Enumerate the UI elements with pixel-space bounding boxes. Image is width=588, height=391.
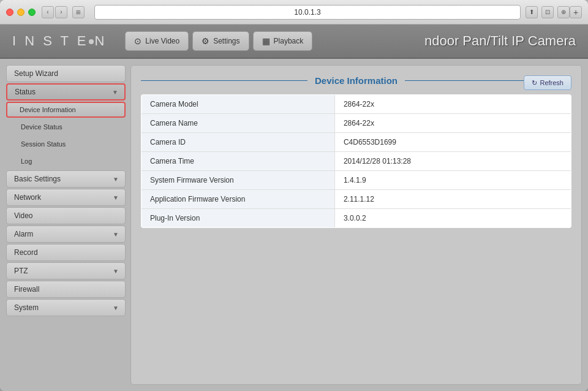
- network-chevron-icon: ▼: [113, 194, 119, 201]
- sidebar-item-ptz[interactable]: PTZ ▼: [6, 262, 126, 279]
- sidebar-item-system-label: System: [14, 303, 39, 312]
- sidebar-item-status-label: Status: [15, 88, 36, 96]
- sidebar: Setup Wizard Status ▼ Device Information…: [6, 65, 126, 385]
- minimize-button[interactable]: [17, 9, 24, 16]
- sidebar-item-setup-wizard-label: Setup Wizard: [14, 69, 58, 78]
- traffic-lights: [6, 9, 36, 16]
- nav-tabs: ⊙ Live Video ⚙ Settings ▦ Playback: [125, 31, 312, 51]
- sidebar-item-network[interactable]: Network ▼: [6, 189, 126, 206]
- app-header: I N S T EN ⊙ Live Video ⚙ Settings ▦ Pla…: [0, 25, 588, 59]
- download-button[interactable]: ⊕: [557, 6, 570, 18]
- system-chevron-icon: ▼: [113, 305, 119, 311]
- playback-icon: ▦: [262, 36, 270, 46]
- field-value: C4D6553D1699: [334, 133, 571, 152]
- field-label: Plug-In Version: [141, 209, 335, 228]
- sidebar-item-log-label: Log: [21, 158, 32, 165]
- tab-live-video[interactable]: ⊙ Live Video: [125, 31, 189, 51]
- basic-settings-chevron-icon: ▼: [113, 176, 119, 183]
- address-text: 10.0.1.3: [294, 8, 320, 17]
- forward-button[interactable]: ›: [55, 6, 67, 18]
- sidebar-item-setup-wizard[interactable]: Setup Wizard: [6, 65, 126, 82]
- refresh-button[interactable]: ↻ Refresh: [524, 75, 571, 90]
- sidebar-item-firewall[interactable]: Firewall: [6, 281, 126, 298]
- sidebar-item-firewall-label: Firewall: [14, 285, 39, 294]
- field-value: 2.11.1.12: [334, 190, 571, 209]
- live-video-icon: ⊙: [134, 36, 141, 46]
- sidebar-item-device-information[interactable]: Device Information: [6, 102, 126, 118]
- ptz-chevron-icon: ▼: [113, 268, 119, 275]
- status-chevron-icon: ▼: [112, 89, 118, 96]
- table-row: Camera Name 2864-22x: [141, 114, 571, 133]
- browser-actions: ⬆ ⊡ ⊕: [526, 6, 570, 18]
- sidebar-item-session-status-label: Session Status: [21, 140, 66, 148]
- table-row: Camera Time 2014/12/28 01:13:28: [141, 152, 571, 171]
- table-row: Application Firmware Version 2.11.1.12: [141, 190, 571, 209]
- table-row: Plug-In Version 3.0.0.2: [141, 209, 571, 228]
- sidebar-item-log[interactable]: Log: [6, 153, 126, 169]
- sidebar-item-basic-settings-label: Basic Settings: [14, 175, 61, 183]
- main-content: Setup Wizard Status ▼ Device Information…: [0, 59, 588, 391]
- sidebar-item-ptz-label: PTZ: [14, 267, 28, 275]
- sidebar-item-status[interactable]: Status ▼: [6, 83, 126, 101]
- device-info-panel: Device Information ↻ Refresh Camera Mode…: [131, 66, 581, 384]
- nav-buttons: ‹ ›: [42, 6, 67, 18]
- sidebar-item-network-label: Network: [14, 193, 41, 202]
- sidebar-item-alarm-label: Alarm: [14, 230, 33, 238]
- table-row: Camera ID C4D6553D1699: [141, 133, 571, 152]
- tab-playback-label: Playback: [274, 37, 304, 45]
- sidebar-item-device-information-label: Device Information: [20, 106, 76, 113]
- sidebar-item-basic-settings[interactable]: Basic Settings ▼: [6, 170, 126, 188]
- field-label: System Firmware Version: [141, 171, 335, 190]
- browser-titlebar: ‹ › ⊞ 10.0.1.3 ⬆ ⊡ ⊕ +: [0, 0, 588, 25]
- sidebar-item-record[interactable]: Record: [6, 244, 126, 261]
- field-value: 1.4.1.9: [334, 171, 571, 190]
- sidebar-item-alarm[interactable]: Alarm ▼: [6, 226, 126, 243]
- field-label: Camera Time: [141, 152, 335, 171]
- refresh-icon: ↻: [532, 79, 537, 87]
- field-label: Application Firmware Version: [141, 190, 335, 209]
- bookmark-button[interactable]: ⊡: [541, 6, 554, 18]
- field-value: 3.0.0.2: [334, 209, 571, 228]
- browser-window: ‹ › ⊞ 10.0.1.3 ⬆ ⊡ ⊕ + I N S T EN ⊙ Live…: [0, 0, 588, 391]
- device-info-table: Camera Model 2864-22x Camera Name 2864-2…: [141, 94, 571, 228]
- field-label: Camera Name: [141, 114, 335, 133]
- settings-icon: ⚙: [202, 36, 209, 46]
- table-row: System Firmware Version 1.4.1.9: [141, 171, 571, 190]
- alarm-chevron-icon: ▼: [113, 231, 119, 238]
- new-tab-button[interactable]: +: [570, 6, 582, 18]
- app-container: I N S T EN ⊙ Live Video ⚙ Settings ▦ Pla…: [0, 25, 588, 391]
- field-label: Camera Model: [141, 95, 335, 114]
- tab-live-video-label: Live Video: [145, 37, 179, 45]
- content-area: Device Information ↻ Refresh Camera Mode…: [130, 65, 582, 385]
- refresh-label: Refresh: [540, 79, 564, 86]
- field-value: 2864-22x: [334, 95, 571, 114]
- field-label: Camera ID: [141, 133, 335, 152]
- title-line-left: [141, 80, 307, 81]
- maximize-button[interactable]: [28, 9, 36, 16]
- camera-title: ndoor Pan/Tilt IP Camera: [424, 33, 576, 49]
- panel-title: Device Information: [307, 75, 405, 86]
- sidebar-item-video-label: Video: [14, 211, 32, 220]
- tab-playback[interactable]: ▦ Playback: [253, 31, 313, 51]
- share-button[interactable]: ⬆: [526, 6, 538, 18]
- sidebar-item-record-label: Record: [14, 248, 38, 257]
- tab-settings-label: Settings: [213, 37, 239, 45]
- field-value: 2864-22x: [334, 114, 571, 133]
- insteon-logo: I N S T EN: [12, 33, 107, 49]
- table-row: Camera Model 2864-22x: [141, 95, 571, 114]
- tab-settings[interactable]: ⚙ Settings: [192, 31, 249, 51]
- sidebar-item-video[interactable]: Video: [6, 207, 126, 224]
- panel-title-row: Device Information ↻ Refresh: [141, 75, 571, 86]
- field-value: 2014/12/28 01:13:28: [334, 152, 571, 171]
- address-bar[interactable]: 10.0.1.3: [94, 5, 521, 20]
- sidebar-item-session-status[interactable]: Session Status: [6, 136, 126, 152]
- back-button[interactable]: ‹: [42, 6, 54, 18]
- sidebar-item-device-status[interactable]: Device Status: [6, 119, 126, 135]
- tab-view-button[interactable]: ⊞: [72, 6, 85, 18]
- sidebar-item-system[interactable]: System ▼: [6, 299, 126, 316]
- sidebar-item-device-status-label: Device Status: [21, 123, 62, 131]
- close-button[interactable]: [6, 9, 13, 16]
